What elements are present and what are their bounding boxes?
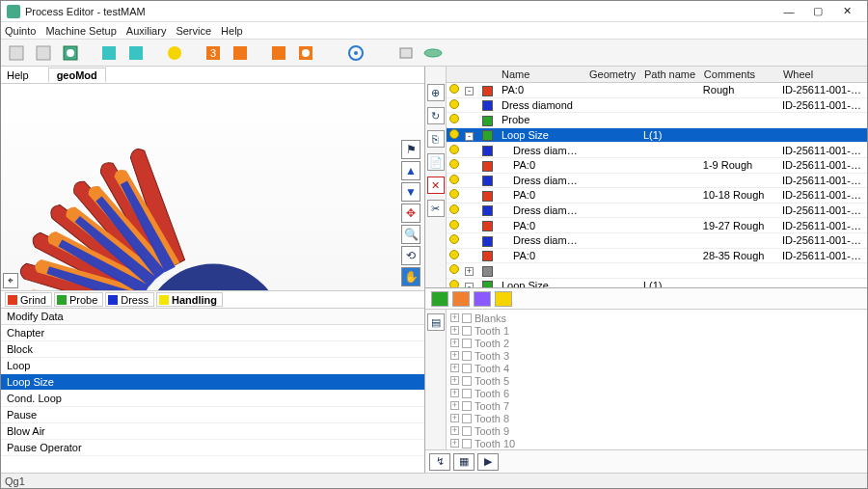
tree-item[interactable]: +Tooth 4	[450, 362, 863, 374]
grid-btn-refresh[interactable]: ↻	[427, 107, 445, 124]
svg-point-14	[354, 51, 358, 55]
menu-quinto[interactable]: Quinto	[5, 25, 36, 37]
grid-col[interactable]	[447, 67, 462, 83]
tree-item[interactable]: +Tooth 6	[450, 387, 863, 399]
grid-row[interactable]: Dress diamondID-25611-001-8-00-TRANSN...	[447, 232, 867, 248]
toolbar-btn-3[interactable]	[59, 41, 82, 65]
grid-btn-copy[interactable]: ⎘	[427, 130, 445, 148]
vp-btn-up[interactable]: ▲	[401, 161, 420, 180]
grid-row[interactable]: Dress diamondID-25611-001-8-00-TRANSN...	[447, 143, 867, 158]
menu-service[interactable]: Service	[176, 25, 211, 37]
modify-row[interactable]: Pause Operator	[1, 440, 424, 456]
vp-btn-hand[interactable]: ✋	[401, 267, 420, 286]
modify-row[interactable]: Blow Air	[1, 423, 424, 440]
menu-help[interactable]: Help	[221, 25, 243, 37]
tree-item[interactable]: +Tooth 2	[450, 337, 863, 349]
toolbar-btn-13[interactable]	[421, 41, 445, 65]
grid-row[interactable]: Probe	[447, 113, 867, 128]
process-grid[interactable]: NameGeometryPath nameCommentsWheel -PA:0…	[447, 67, 867, 287]
grid-row[interactable]: -PA:0RoughID-25611-001-8-00-TRANSN...	[447, 83, 867, 98]
grid-row[interactable]: PA:01-9 RoughID-25611-001-8-00-TRANSN...	[447, 157, 867, 173]
grid-btn-delete[interactable]: ✕	[427, 177, 445, 194]
toolbar-btn-4[interactable]	[97, 41, 121, 65]
grid-col[interactable]: Geometry	[585, 67, 640, 83]
toolbar-btn-6[interactable]	[163, 41, 186, 65]
grid-col[interactable]: Name	[498, 67, 585, 83]
viewport-toolbar: ⚑ ▲ ▼ ✥ 🔍 ⟲ ✋	[401, 140, 420, 286]
grid-col[interactable]	[462, 67, 479, 83]
toolbar-btn-5[interactable]	[124, 41, 148, 65]
tab-geomod[interactable]: geoMod	[48, 68, 106, 82]
modify-header: Modify Data	[1, 309, 424, 325]
grid-col[interactable]: Path name	[640, 67, 700, 83]
close-button[interactable]: ✕	[832, 2, 861, 21]
color-btn-4[interactable]	[495, 291, 512, 307]
modify-row[interactable]: Chapter	[1, 325, 424, 341]
modify-row[interactable]: Block	[1, 341, 424, 358]
color-filter-bar	[425, 288, 867, 310]
grid-row[interactable]: -Loop SizeL(1)	[447, 127, 867, 143]
tree-item[interactable]: +Tooth 8	[450, 412, 863, 424]
modify-row[interactable]: Cond. Loop	[1, 391, 424, 407]
grid-row[interactable]: +	[447, 263, 867, 279]
tree-item[interactable]: +Tooth 10	[450, 437, 863, 449]
vp-btn-move[interactable]: ✥	[401, 204, 420, 223]
modify-row[interactable]: Loop	[1, 358, 424, 374]
bt-btn-1[interactable]: ↯	[429, 453, 450, 471]
grid-btn-cut[interactable]: ✂	[427, 200, 445, 217]
grid-row[interactable]: PA:028-35 RoughID-25611-001-8-00-TRANSN.…	[447, 248, 867, 263]
bt-btn-2[interactable]: ▦	[453, 453, 475, 471]
toolbar-btn-9[interactable]	[267, 41, 290, 65]
menu-auxiliary[interactable]: Auxiliary	[126, 25, 167, 37]
legend-grind[interactable]: Grind	[5, 292, 52, 307]
grid-col[interactable]: Wheel	[779, 67, 867, 83]
grid-row[interactable]: -Loop SizeL(1)	[447, 278, 867, 287]
toolbar-btn-11[interactable]	[344, 41, 367, 65]
minimize-button[interactable]: —	[774, 2, 803, 21]
tree-item[interactable]: +Blanks	[450, 312, 863, 324]
grid-row[interactable]: PA:019-27 RoughID-25611-001-8-00-TRANSN.…	[447, 218, 867, 233]
legend-dress[interactable]: Dress	[105, 292, 154, 307]
menu-machine-setup[interactable]: Machine Setup	[45, 25, 116, 37]
3d-viewport[interactable]: ⌖ ⚑ ▲ ▼ ✥ 🔍 ⟲ ✋	[1, 84, 424, 291]
vp-btn-flag[interactable]: ⚑	[401, 140, 420, 159]
color-btn-2[interactable]	[452, 291, 470, 307]
legend-probe[interactable]: Probe	[54, 292, 103, 307]
legend-handling[interactable]: Handling	[156, 292, 223, 307]
color-btn-3[interactable]	[474, 291, 491, 307]
tree-item[interactable]: +Tooth 7	[450, 399, 863, 412]
vp-btn-zoom[interactable]: 🔍	[401, 225, 420, 244]
axis-icon[interactable]: ⌖	[3, 273, 18, 288]
maximize-button[interactable]: ▢	[803, 2, 832, 21]
modify-row[interactable]: Loop Size	[1, 374, 424, 391]
toolbar-btn-7[interactable]: 3	[202, 41, 225, 65]
svg-point-12	[302, 49, 310, 57]
grid-row[interactable]: Dress diamondID-25611-001-8-00-TRANSN...	[447, 203, 867, 218]
grid-col[interactable]: Comments	[700, 67, 779, 83]
tooth-tree[interactable]: +Blanks+Tooth 1+Tooth 2+Tooth 3+Tooth 4+…	[447, 310, 867, 449]
grid-row[interactable]: Dress diamondID-25611-001-8-00-TRANSN...	[447, 97, 867, 113]
process-grid-wrap: ⊕ ↻ ⎘ 📄 ✕ ✂ NameGeometryPath nameComment…	[425, 67, 867, 288]
grid-row[interactable]: PA:010-18 RoughID-25611-001-8-00-TRANSN.…	[447, 188, 867, 204]
tree-item[interactable]: +Tooth 5	[450, 374, 863, 387]
grid-btn-add[interactable]: ⊕	[427, 84, 445, 101]
toolbar-btn-10[interactable]	[294, 41, 317, 65]
tree-item[interactable]: +Tooth 9	[450, 424, 863, 437]
grid-col[interactable]	[479, 67, 498, 83]
bt-btn-play[interactable]: ▶	[477, 453, 499, 471]
help-label[interactable]: Help	[7, 69, 29, 81]
toolbar-btn-12[interactable]	[394, 41, 418, 65]
tree-item[interactable]: +Tooth 3	[450, 349, 863, 362]
toolbar-btn-2[interactable]	[32, 41, 55, 65]
tree-side-btn[interactable]: ▤	[427, 313, 445, 331]
vp-btn-down[interactable]: ▼	[401, 182, 420, 202]
tree-item[interactable]: +Tooth 1	[450, 324, 863, 337]
svg-rect-1	[37, 46, 50, 60]
modify-row[interactable]: Pause	[1, 407, 424, 423]
toolbar-btn-1[interactable]	[5, 41, 28, 65]
grid-btn-paste[interactable]: 📄	[427, 153, 445, 171]
color-btn-1[interactable]	[431, 291, 448, 307]
toolbar-btn-8[interactable]	[229, 41, 252, 65]
vp-btn-rotate[interactable]: ⟲	[401, 246, 420, 265]
grid-row[interactable]: Dress diamondID-25611-001-8-00-TRANSN...	[447, 173, 867, 188]
